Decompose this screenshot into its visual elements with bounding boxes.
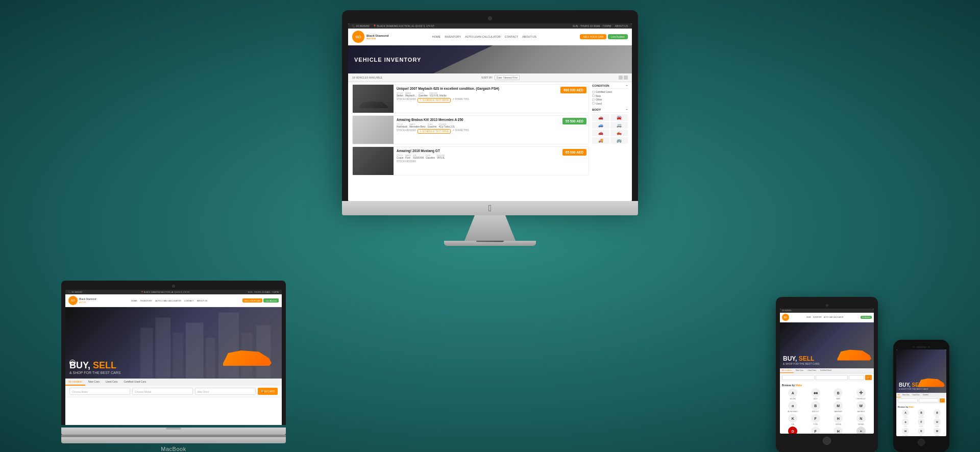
imac-device: 📞 04.3828282 📍 BLACK DIAMOND AUCTION, AL… xyxy=(342,10,638,249)
tab-used-cars[interactable]: Used Cars xyxy=(103,379,121,386)
iphone-brand-ford[interactable]: F FORD xyxy=(914,418,929,427)
svg-rect-2 xyxy=(173,333,183,378)
iphone-tab-certified[interactable]: Certified xyxy=(921,393,930,397)
other-logo: + xyxy=(856,426,866,434)
brand-ford[interactable]: F FORD xyxy=(805,414,827,425)
brand-nissan[interactable]: N NISSAN xyxy=(850,414,872,425)
mb-search-button[interactable]: 🔍 16 CARS xyxy=(258,388,278,395)
imac-camera xyxy=(488,16,492,20)
ipad-tab-used[interactable]: Used Cars xyxy=(805,368,818,373)
ipad-price-input[interactable] xyxy=(849,375,864,380)
tab-all-condition[interactable]: All condition xyxy=(65,379,85,386)
brand-other[interactable]: + MORE xyxy=(850,426,872,434)
iphone-tab-all[interactable]: All xyxy=(896,393,901,397)
checkbox[interactable] xyxy=(592,94,595,97)
sort-select[interactable]: Date: Newest First xyxy=(495,75,520,80)
body-type-pickup[interactable]: 🛻 xyxy=(610,130,628,136)
iphone-brand-kia[interactable]: K KIA xyxy=(914,428,929,436)
nissan-logo: N xyxy=(856,414,866,423)
iphone-model-input[interactable] xyxy=(919,398,939,403)
chevrolet-logo: ✛ xyxy=(856,388,866,397)
vehicle-card: Amazing Brabus Kit! 2013 Mercedes A 250 … xyxy=(352,115,589,144)
vehicle-info: Amazing Brabus Kit! 2013 Mercedes A 250 … xyxy=(394,116,560,144)
body-type-sedan[interactable]: 🚗 xyxy=(592,114,609,121)
view-toggle[interactable] xyxy=(619,76,628,80)
mb-live-button[interactable]: Live Auction xyxy=(263,298,279,303)
iphone-brand-hyundai[interactable]: H HYUNDAI xyxy=(898,428,913,436)
body-type-hatchback[interactable]: 🚗 xyxy=(592,130,609,136)
mb-nav: BD Black DiamondAUCTION HOME INVENTORY A… xyxy=(65,294,282,307)
body-type-truck[interactable]: 🚚 xyxy=(592,137,609,144)
iphone-brand-bentley[interactable]: B BENTLEY xyxy=(914,409,929,418)
iphone-hero-text: BUY, SELL & SHOP FOR THE BEST CARS xyxy=(899,382,928,390)
mb-model-input[interactable]: Choose Model xyxy=(132,388,193,395)
brand-bentley[interactable]: B BENTLEY xyxy=(805,401,827,413)
body-type-convertible[interactable]: 🚘 xyxy=(610,114,628,121)
imac-screen: 📞 04.3828282 📍 BLACK DIAMOND AUCTION, AL… xyxy=(348,23,632,201)
iphone-brand-acura[interactable]: A ACURA xyxy=(898,409,913,418)
mb-price-input[interactable]: Max Price xyxy=(195,388,256,395)
ipad-nav-links: HOME INVENTORY AUTO LOAN CALCULATOR xyxy=(806,316,843,318)
vehicle-info: Unique! 2007 Maybach 62S in excellent co… xyxy=(394,85,558,113)
body-type-coupe[interactable]: 🚙 xyxy=(592,122,609,129)
page-title: VEHICLE INVENTORY xyxy=(354,57,421,63)
mb-hero-car xyxy=(220,348,272,373)
ipad-tab-new[interactable]: New Cars xyxy=(794,368,805,373)
iphone-brand-alfa[interactable]: α ALFA xyxy=(898,418,913,427)
mb-sell-button[interactable]: SELL YOUR CAR xyxy=(242,298,263,303)
iphone-tab-new[interactable]: New Cars xyxy=(901,393,911,397)
share-button[interactable]: ↗ SHARE THIS xyxy=(452,129,469,134)
iphone-tab-used[interactable]: Used Cars xyxy=(911,393,921,397)
ford-logo: F xyxy=(811,414,820,423)
iphone-make-input[interactable] xyxy=(898,398,918,403)
brand-honda-2[interactable]: H HONDA xyxy=(827,426,849,434)
brand-maserati[interactable]: M MASERATI xyxy=(827,401,849,413)
ipad-make-input[interactable] xyxy=(782,375,815,380)
brand-alfa[interactable]: α ALFA ROMEO xyxy=(782,401,804,413)
iphone-home-button[interactable] xyxy=(918,439,925,446)
filter-item: New xyxy=(592,94,628,97)
ipad-hero-text: BUY, SELL & SHOP FOR THE BEST CARS xyxy=(783,355,820,365)
iphone-brand-bmw[interactable]: B BMW xyxy=(929,409,945,418)
ipad-home-button[interactable] xyxy=(823,437,831,445)
brand-acura[interactable]: A ACURA xyxy=(782,388,804,400)
vehicle-card: Unique! 2007 Maybach 62S in excellent co… xyxy=(352,84,589,113)
iphone-brand-honda[interactable]: H HONDA xyxy=(929,418,945,427)
brand-maybach[interactable]: W MAYBACH xyxy=(850,401,872,413)
brand-dodge[interactable]: D DODGE xyxy=(782,426,804,434)
ipad-model-input[interactable] xyxy=(816,375,848,380)
mb-hero: ⚙ BUY, SELL & SHOP FOR THE BEST CARS xyxy=(65,307,282,379)
iphone-brand-mazda[interactable]: M MAZDA xyxy=(929,428,945,436)
schedule-test-drive-button[interactable]: ✎ SCHEDULE TEST DRIVE xyxy=(418,98,451,103)
share-button[interactable]: ↗ SHARE THIS xyxy=(452,98,469,103)
iphone-tabs: All New Cars Used Cars Certified xyxy=(896,393,946,397)
tab-new-cars[interactable]: New Cars xyxy=(85,379,103,386)
body-type-suv[interactable]: 🚐 xyxy=(610,122,628,129)
ipad-search-button[interactable]: 🔍 xyxy=(865,375,872,380)
tab-certified[interactable]: Certified Used Cars xyxy=(121,379,150,386)
brand-audi[interactable]: ◉◉ AUDI xyxy=(805,388,827,400)
iphone-search-button[interactable]: 🔍 xyxy=(940,398,945,403)
mb-make-input[interactable]: Choose Make xyxy=(69,388,130,395)
schedule-test-drive-button[interactable]: ✎ SCHEDULE TEST DRIVE xyxy=(418,129,451,134)
site-hero-banner: VEHICLE INVENTORY xyxy=(348,45,632,73)
honda-logo: H xyxy=(834,414,843,423)
hero-road-bg xyxy=(433,45,632,73)
checkbox[interactable] xyxy=(592,91,595,93)
ipad-tab-certified[interactable]: Certified Used xyxy=(818,368,834,373)
brand-kia[interactable]: K KIA xyxy=(782,414,804,425)
brand-ford-2[interactable]: F FORD xyxy=(805,426,827,434)
checkbox[interactable] xyxy=(592,102,595,105)
ipad-tab-all[interactable]: All condition xyxy=(780,368,794,373)
sell-car-button[interactable]: SELL YOUR CAR xyxy=(580,34,606,39)
body-type-van[interactable]: 🚌 xyxy=(610,137,628,144)
checkbox[interactable] xyxy=(592,98,595,101)
filter-item: Certified Used xyxy=(592,90,628,93)
live-auction-button[interactable]: Live Auction xyxy=(608,34,628,39)
brand-chevrolet[interactable]: ✛ CHEVROLET xyxy=(850,388,872,400)
brand-bmw[interactable]: B BMW xyxy=(827,388,849,400)
dodge-logo: D xyxy=(788,426,797,434)
ipad-browse-section: Browse by Make A ACURA ◉◉ AUDI xyxy=(780,382,874,434)
ipad-live-button[interactable]: Live Auction xyxy=(861,316,872,319)
brand-honda[interactable]: H HONDA xyxy=(827,414,849,425)
